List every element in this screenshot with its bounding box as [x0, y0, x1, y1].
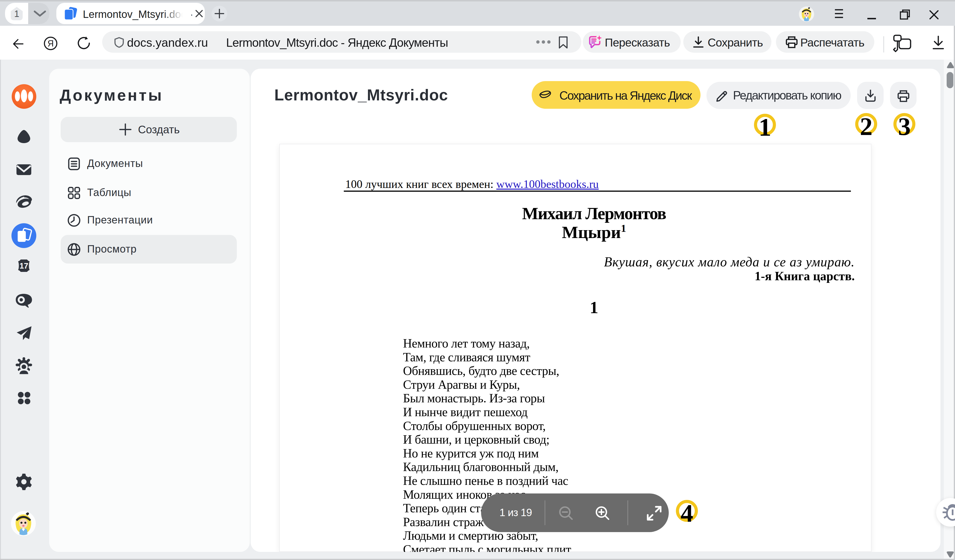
svg-text:17: 17: [20, 261, 28, 270]
svg-text:Я: Я: [47, 39, 54, 48]
